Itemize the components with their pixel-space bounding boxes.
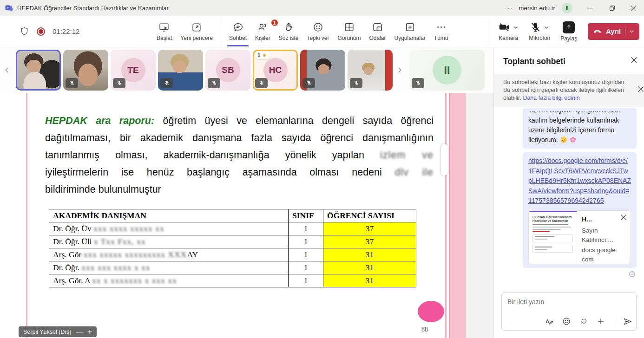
participant-tile-video[interactable]: [348, 50, 393, 91]
rooms-button[interactable]: Odalar: [365, 21, 390, 41]
people-icon: [257, 21, 269, 33]
pop-out-icon: [191, 21, 203, 33]
chat-button[interactable]: Sohbet: [225, 21, 251, 41]
link-preview-card[interactable]: HEPDAK Öğrenci Standardı Hazırlıklar ve …: [528, 210, 631, 264]
restore-button[interactable]: [601, 0, 623, 16]
learn-more-link[interactable]: Daha fazla bilgi edinin: [523, 95, 579, 101]
ellipsis-icon: [435, 21, 447, 33]
minimize-button[interactable]: [580, 0, 601, 16]
mic-button[interactable]: Mikrofon: [525, 21, 554, 41]
attach-plus-icon[interactable]: [596, 317, 605, 326]
presenter-name: Serpil Yüksel (Dış): [23, 329, 71, 335]
hang-up-icon: [592, 26, 602, 36]
start-button[interactable]: Başlat: [152, 21, 176, 41]
chat-message[interactable]: https://docs.google.com/forms/d/e/1FAIpQ…: [523, 152, 637, 268]
flower-emoji: [569, 136, 577, 143]
table-row: Arş. Gör xxx xxxxx xxxxxxxxx XXXAY 1 31: [49, 248, 416, 261]
participant-tile-hand-raised[interactable]: 1 HC: [253, 50, 298, 91]
read-receipt: [523, 271, 637, 278]
form-field-preview: [532, 245, 573, 253]
title-bar: T HEPDAK Öğrenciler Standardı Hazırlıkla…: [0, 0, 644, 16]
more-toolbar-button[interactable]: Tümü: [430, 21, 453, 41]
scroll-right-icon[interactable]: [393, 58, 407, 82]
scroll-left-icon[interactable]: [0, 58, 14, 82]
camera-chevron-icon[interactable]: [513, 25, 519, 30]
chat-message[interactable]: katılım belgeleri için gerekli olan katı…: [523, 108, 637, 149]
apps-button[interactable]: Uygulamalar: [390, 21, 429, 41]
new-window-button[interactable]: Yeni pencere: [176, 21, 217, 41]
chat-title: Toplantı sohbeti: [503, 57, 565, 66]
participant-tile-video-speaking[interactable]: [16, 50, 61, 91]
google-form-link[interactable]: https://docs.google.com/forms/d/e/1FAIpQ…: [528, 157, 631, 204]
raise-hand-button[interactable]: Söz iste: [275, 21, 303, 41]
view-button[interactable]: Görünüm: [333, 21, 365, 41]
recording-icon: [37, 27, 45, 36]
slide-left-border: [26, 93, 27, 338]
raise-hand-icon: [283, 21, 295, 33]
participant-tile-initials[interactable]: SB: [205, 50, 250, 91]
share-icon: [563, 21, 575, 33]
table-row: Dr. Öğr. Üv xxx xxxx xxxxx xx 1 37: [49, 222, 416, 235]
presenter-pill[interactable]: Serpil Yüksel (Dış) — +: [19, 326, 97, 337]
teams-meeting-window: T HEPDAK Öğrenciler Standardı Hazırlıkla…: [0, 0, 644, 338]
shield-icon: [20, 26, 29, 36]
chat-message-list[interactable]: katılım belgeleri için gerekli olan katı…: [494, 107, 644, 278]
leave-chevron-icon[interactable]: [629, 28, 635, 34]
close-chat-icon[interactable]: [631, 57, 637, 64]
mic-muted-icon: [160, 78, 173, 88]
clipped-message-line: katılım belgeleri için gerekli olan: [528, 111, 631, 116]
message-input[interactable]: [507, 298, 631, 306]
dismiss-notice-icon[interactable]: [637, 86, 644, 92]
camera-off-icon: [498, 21, 511, 33]
loop-icon[interactable]: [579, 317, 588, 326]
remove-preview-icon[interactable]: [620, 214, 627, 221]
window-title: HEPDAK Öğrenciler Standardı Hazırlıklar …: [17, 5, 169, 12]
mic-muted-icon: [302, 78, 315, 88]
share-button[interactable]: Paylaş: [556, 21, 581, 42]
emoji-picker-icon[interactable]: [562, 317, 571, 326]
slide-scrollbar-handle[interactable]: [441, 144, 448, 176]
participant-tile-video[interactable]: [158, 50, 203, 91]
mic-muted-icon: [113, 78, 125, 88]
participant-tile-initials[interactable]: TE: [111, 50, 156, 91]
table-row: Dr. Öğr. xxx xxx xxxx x xx 1 31: [49, 261, 416, 274]
zoom-out-icon[interactable]: —: [76, 328, 83, 336]
table-row: Dr. Öğr. Üll x Txx Fxx, xx 1 37: [49, 235, 416, 248]
react-button[interactable]: Tepki ver: [302, 21, 333, 41]
mic-muted-icon: [208, 78, 220, 88]
grid-view-icon: [343, 21, 355, 33]
chat-panel: Toplantı sohbeti Bu sohbetteki bazı kişi…: [493, 47, 644, 338]
format-icon[interactable]: A: [545, 317, 554, 326]
hand-icon: [262, 52, 267, 58]
present-screen-icon: [158, 21, 170, 33]
smiling-face-emoji: [560, 136, 567, 143]
meeting-toolbar: 01:22:12 Başlat Yeni pencere Sohbet 1 Ki…: [0, 16, 644, 47]
participant-tile-video[interactable]: [63, 50, 108, 91]
zoom-in-icon[interactable]: +: [87, 327, 92, 337]
meeting-timer: 01:22:12: [53, 27, 79, 35]
mic-muted-icon: [66, 78, 78, 88]
slide-edge-band: [449, 93, 466, 338]
link-preview-domain: docs.google.com: [582, 246, 618, 264]
browser-more-icon[interactable]: ···: [501, 0, 517, 16]
people-button[interactable]: 1 Kişiler: [251, 21, 275, 41]
slide-page-number: 88: [421, 326, 428, 333]
close-window-button[interactable]: [623, 0, 644, 16]
teams-logo-icon: T: [5, 4, 13, 13]
rooms-icon: [372, 21, 383, 33]
mic-chevron-icon[interactable]: [544, 25, 549, 30]
smiley-icon: [312, 21, 324, 33]
participant-tile-video[interactable]: [300, 50, 345, 91]
slide-paragraph: HEPDAK ara raporu: öğretim üyesi ve elem…: [45, 112, 434, 198]
link-preview-title: H...: [582, 214, 626, 224]
leave-button[interactable]: Ayrıl: [588, 23, 639, 40]
account-avatar[interactable]: II: [562, 3, 572, 13]
shared-screen-stage: HEPDAK ara raporu: öğretim üyesi ve elem…: [0, 93, 493, 338]
participant-tile-large[interactable]: II: [409, 50, 485, 91]
send-icon[interactable]: [623, 317, 632, 326]
camera-button[interactable]: Kamera: [494, 21, 523, 41]
redacted-name: xxx xxxx xxxxx xx: [93, 224, 164, 233]
svg-text:T: T: [7, 6, 9, 10]
link-preview-meta: H... Sayın Katılımcı;... docs.google.com: [577, 211, 631, 264]
table-row: Arş. Gör. A xx x xxxxxxx x xxx xx 1 31: [49, 274, 416, 287]
